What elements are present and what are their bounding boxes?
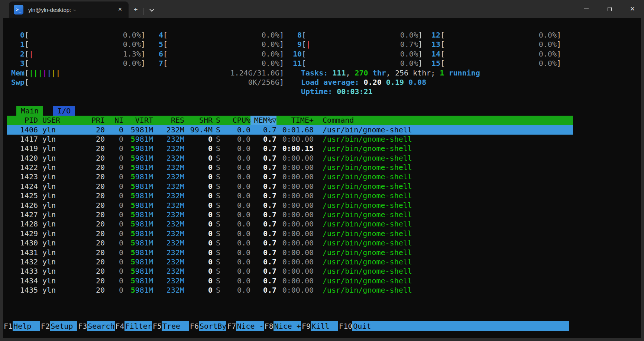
column-header-mem[interactable]: MEM%▽: [250, 116, 276, 125]
column-header-ni[interactable]: NI: [105, 116, 123, 125]
cell-res: 232M: [153, 276, 184, 286]
table-row[interactable]: 1430yln2005981M232M0S0.00.70:00.00/usr/b…: [7, 238, 573, 248]
new-tab-button[interactable]: +: [129, 3, 143, 16]
minimize-button[interactable]: [575, 0, 598, 18]
table-row[interactable]: 1426yln2005981M232M0S0.00.70:00.00/usr/b…: [7, 201, 573, 210]
fkey-f7[interactable]: F7Nice -: [226, 321, 263, 331]
fkey-f8[interactable]: F8Nice +: [264, 321, 301, 331]
cell-shr: 0: [184, 163, 213, 172]
table-row[interactable]: 1406yln2005981M232M99.4MS0.00.70:01.68/u…: [7, 125, 573, 135]
meter-bracket: ]: [279, 49, 284, 59]
maximize-button[interactable]: [598, 0, 621, 18]
table-header-row: PIDUSERPRINIVIRTRESSHRSCPU%MEM%▽TIME+Com…: [7, 116, 573, 125]
table-row[interactable]: 1435yln2005981M232M0S0.00.70:00.00/usr/b…: [7, 286, 573, 295]
fkey-f2[interactable]: F2Setup: [40, 321, 77, 331]
table-row[interactable]: 1434yln2005981M232M0S0.00.70:00.00/usr/b…: [7, 276, 573, 286]
table-row[interactable]: 1423yln2005981M232M0S0.00.70:00.00/usr/b…: [7, 172, 573, 181]
fkey-f9[interactable]: F9Kill: [301, 321, 338, 331]
cell-mem: 0.7: [250, 191, 276, 200]
mem-value: 1.24G/31.0G: [230, 68, 279, 78]
fkey-f5[interactable]: F5Tree: [152, 321, 189, 331]
cpu-percent: 0.0%: [539, 40, 557, 49]
screen-tab-io[interactable]: I/O: [53, 106, 75, 116]
cpu-number: 8: [284, 30, 302, 40]
table-row[interactable]: 1424yln2005981M232M0S0.00.70:00.00/usr/b…: [7, 182, 573, 191]
cell-cpu: 0.0: [224, 182, 250, 191]
cell-virt: 5981M: [123, 135, 153, 144]
column-header-time[interactable]: TIME+: [276, 116, 314, 125]
meter-bracket: ]: [141, 40, 145, 49]
cell-pri: 20: [79, 191, 105, 200]
fkey-f10[interactable]: F10Quit: [338, 321, 569, 331]
swp-label: Swp: [7, 78, 25, 87]
fkey-f3[interactable]: F3Search: [77, 321, 114, 331]
table-row[interactable]: 1419yln2005981M232M0S0.00.70:00.15/usr/b…: [7, 144, 573, 153]
cell-state: S: [213, 191, 224, 200]
table-row[interactable]: 1427yln2005981M232M0S0.00.70:00.00/usr/b…: [7, 210, 573, 219]
cpu-usage-bar: |: [306, 40, 311, 49]
blank-line: [7, 97, 641, 106]
cpu-meter-14: 14[0.0%]: [423, 49, 561, 59]
fkey-f1[interactable]: F1Help: [3, 321, 40, 331]
meter-fill: [33, 49, 123, 59]
column-header-pri[interactable]: PRI: [79, 116, 105, 125]
column-header-res[interactable]: RES: [153, 116, 184, 125]
tab-dropdown-button[interactable]: [145, 3, 159, 16]
cpu-number: 3: [7, 59, 25, 68]
cell-cpu: 0.0: [224, 172, 250, 181]
table-row[interactable]: 1428yln2005981M232M0S0.00.70:00.00/usr/b…: [7, 219, 573, 229]
cell-shr: 0: [184, 201, 213, 210]
tab-close-icon[interactable]: ×: [114, 4, 126, 15]
table-row[interactable]: 1425yln2005981M232M0S0.00.70:00.00/usr/b…: [7, 191, 573, 200]
table-row[interactable]: 1422yln2005981M232M0S0.00.70:00.00/usr/b…: [7, 163, 573, 172]
fkey-f4[interactable]: F4Filter: [115, 321, 152, 331]
cell-user: yln: [38, 257, 79, 267]
titlebar: >_ yln@yln-desktop: ~ × + ×: [0, 0, 644, 18]
cell-res: 232M: [153, 135, 184, 144]
swap-meter: Swp[0K/256G]: [7, 78, 284, 87]
column-header-cpu[interactable]: CPU%: [224, 116, 250, 125]
cell-mem: 0.7: [250, 182, 276, 191]
cell-cpu: 0.0: [224, 144, 250, 153]
text-segment: 270: [355, 68, 368, 77]
fkey-action: Search: [87, 321, 114, 331]
text-segment: Uptime:: [301, 87, 337, 96]
cell-shr: 0: [184, 154, 213, 163]
column-header-command[interactable]: Command: [314, 116, 573, 125]
table-row[interactable]: 1420yln2005981M232M0S0.00.70:00.00/usr/b…: [7, 154, 573, 163]
column-header-virt[interactable]: VIRT: [123, 116, 153, 125]
cell-shr: 0: [184, 229, 213, 238]
close-button[interactable]: ×: [621, 0, 644, 18]
virt-magnitude: 5: [131, 229, 135, 238]
table-row[interactable]: 1431yln2005981M232M0S0.00.70:00.00/usr/b…: [7, 248, 573, 257]
virt-magnitude: 5: [131, 257, 135, 266]
column-header-shr[interactable]: SHR: [184, 116, 213, 125]
column-header-s[interactable]: S: [213, 116, 224, 125]
meter-bracket: [: [163, 49, 168, 59]
table-row[interactable]: 1433yln2005981M232M0S0.00.70:00.00/usr/b…: [7, 267, 573, 276]
column-header-pid[interactable]: PID: [7, 116, 38, 125]
cell-time: 0:00.00: [276, 276, 314, 286]
cell-pid: 1431: [7, 248, 38, 257]
meter-bar-yellow: |: [56, 68, 60, 77]
cpu-meter-5: 5[0.0%]: [145, 40, 284, 49]
table-row[interactable]: 1417yln2005981M232M0S0.00.70:00.00/usr/b…: [7, 135, 573, 144]
cpu-number: 9: [284, 40, 302, 49]
meter-bracket: ]: [141, 30, 145, 40]
table-row[interactable]: 1432yln2005981M232M0S0.00.70:00.00/usr/b…: [7, 257, 573, 267]
column-header-user[interactable]: USER: [38, 116, 79, 125]
cell-res: 232M: [153, 267, 184, 276]
fkey-f6[interactable]: F6SortBy: [189, 321, 226, 331]
cell-res: 232M: [153, 172, 184, 181]
meter-fill: [60, 68, 230, 78]
table-row[interactable]: 1429yln2005981M232M0S0.00.70:00.00/usr/b…: [7, 229, 573, 238]
screen-tab-main[interactable]: Main: [16, 106, 43, 116]
virt-magnitude: 5: [131, 135, 135, 144]
terminal-tab[interactable]: >_ yln@yln-desktop: ~ ×: [9, 1, 129, 18]
text-segment: 00:03:21: [337, 87, 372, 96]
cell-command: /usr/bin/gnome-shell: [314, 210, 573, 219]
cell-res: 232M: [153, 210, 184, 219]
cpu-number: 14: [423, 49, 440, 59]
cell-time: 0:00.00: [276, 257, 314, 267]
cell-state: S: [213, 201, 224, 210]
